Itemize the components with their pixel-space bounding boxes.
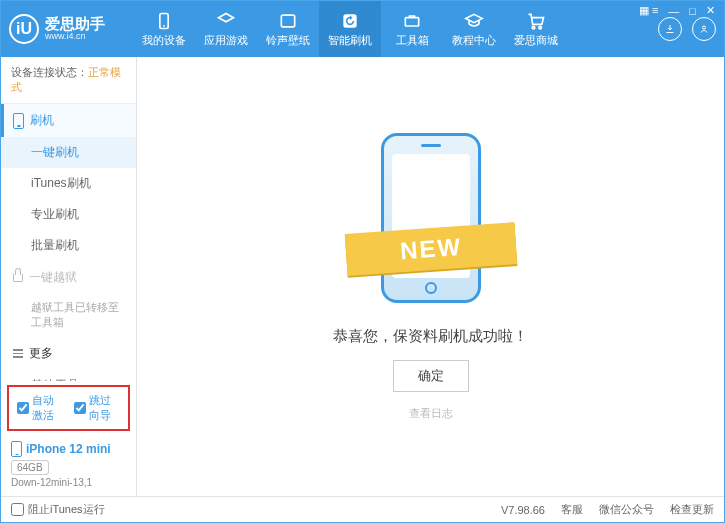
skip-guide-checkbox[interactable]: 跳过向导 bbox=[74, 393, 121, 423]
minimize-button[interactable]: — bbox=[668, 5, 679, 17]
graduation-icon bbox=[464, 11, 484, 31]
device-name-text: iPhone 12 mini bbox=[26, 442, 111, 456]
svg-point-5 bbox=[532, 26, 535, 28]
window-controls: ▦ ≡ — □ ✕ bbox=[639, 4, 715, 17]
tab-ringtones[interactable]: 铃声壁纸 bbox=[257, 1, 319, 57]
lock-icon bbox=[13, 274, 23, 282]
logo[interactable]: iU 爱思助手 www.i4.cn bbox=[9, 14, 133, 44]
user-icon bbox=[698, 23, 710, 35]
status-label: 设备连接状态： bbox=[11, 66, 88, 78]
phone-icon bbox=[154, 11, 174, 31]
new-banner: NEW bbox=[344, 222, 517, 276]
tab-label: 我的设备 bbox=[142, 33, 186, 48]
cart-icon bbox=[526, 11, 546, 31]
wechat-link[interactable]: 微信公众号 bbox=[599, 502, 654, 517]
auto-activate-checkbox[interactable]: 自动激活 bbox=[17, 393, 64, 423]
checkbox-label: 跳过向导 bbox=[89, 393, 121, 423]
phone-icon bbox=[11, 441, 22, 457]
tab-label: 教程中心 bbox=[452, 33, 496, 48]
app-url: www.i4.cn bbox=[45, 32, 105, 42]
tab-apps-games[interactable]: 应用游戏 bbox=[195, 1, 257, 57]
device-storage-badge: 64GB bbox=[11, 460, 49, 475]
header: iU 爱思助手 www.i4.cn 我的设备 应用游戏 铃声壁纸 智能刷机 bbox=[1, 1, 724, 57]
tab-toolbox[interactable]: 工具箱 bbox=[381, 1, 443, 57]
section-flash[interactable]: 刷机 bbox=[1, 104, 136, 137]
app-window: ▦ ≡ — □ ✕ iU 爱思助手 www.i4.cn 我的设备 应用游戏 铃声… bbox=[0, 0, 725, 523]
customer-service-link[interactable]: 客服 bbox=[561, 502, 583, 517]
tab-smart-flash[interactable]: 智能刷机 bbox=[319, 1, 381, 57]
logo-icon: iU bbox=[9, 14, 39, 44]
svg-point-7 bbox=[703, 26, 706, 29]
svg-rect-2 bbox=[281, 15, 294, 27]
sidebar: 设备连接状态：正常模式 刷机 一键刷机 iTunes刷机 专业刷机 批量刷机 一… bbox=[1, 57, 137, 496]
check-update-link[interactable]: 检查更新 bbox=[670, 502, 714, 517]
body: 设备连接状态：正常模式 刷机 一键刷机 iTunes刷机 专业刷机 批量刷机 一… bbox=[1, 57, 724, 496]
nav-tabs: 我的设备 应用游戏 铃声壁纸 智能刷机 工具箱 教程中心 bbox=[133, 1, 567, 57]
download-button[interactable] bbox=[658, 17, 682, 41]
menu-icon bbox=[13, 349, 23, 358]
phone-icon bbox=[13, 113, 24, 129]
tab-label: 应用游戏 bbox=[204, 33, 248, 48]
sidebar-item-other-tools[interactable]: 其他工具 bbox=[1, 370, 136, 381]
svg-point-6 bbox=[539, 26, 542, 28]
section-label: 一键越狱 bbox=[29, 269, 77, 286]
phone-illustration: NEW bbox=[356, 133, 506, 313]
close-button[interactable]: ✕ bbox=[706, 4, 715, 17]
phone-body bbox=[381, 133, 481, 303]
sidebar-scroll: 刷机 一键刷机 iTunes刷机 专业刷机 批量刷机 一键越狱 越狱工具已转移至… bbox=[1, 104, 136, 381]
sidebar-item-pro-flash[interactable]: 专业刷机 bbox=[1, 199, 136, 230]
tab-store[interactable]: 爱思商城 bbox=[505, 1, 567, 57]
tab-label: 智能刷机 bbox=[328, 33, 372, 48]
sidebar-item-oneclick-flash[interactable]: 一键刷机 bbox=[1, 137, 136, 168]
device-block[interactable]: iPhone 12 mini 64GB Down-12mini-13,1 bbox=[1, 435, 136, 496]
checkbox-label: 自动激活 bbox=[32, 393, 64, 423]
refresh-icon bbox=[340, 11, 360, 31]
apps-icon bbox=[216, 11, 236, 31]
success-message: 恭喜您，保资料刷机成功啦！ bbox=[333, 327, 528, 346]
ok-button[interactable]: 确定 bbox=[393, 360, 469, 392]
pin-icon[interactable]: ▦ ≡ bbox=[639, 4, 658, 17]
section-label: 刷机 bbox=[30, 112, 54, 129]
account-button[interactable] bbox=[692, 17, 716, 41]
jailbreak-note: 越狱工具已转移至工具箱 bbox=[1, 294, 136, 337]
tab-tutorials[interactable]: 教程中心 bbox=[443, 1, 505, 57]
checkbox-label: 阻止iTunes运行 bbox=[28, 502, 105, 517]
version-label: V7.98.66 bbox=[501, 504, 545, 516]
header-right bbox=[658, 17, 716, 41]
toolbox-icon bbox=[402, 11, 422, 31]
device-name: iPhone 12 mini bbox=[11, 441, 126, 457]
sidebar-item-batch-flash[interactable]: 批量刷机 bbox=[1, 230, 136, 261]
connection-status: 设备连接状态：正常模式 bbox=[1, 57, 136, 104]
wallpaper-icon bbox=[278, 11, 298, 31]
tab-label: 爱思商城 bbox=[514, 33, 558, 48]
view-log-link[interactable]: 查看日志 bbox=[409, 406, 453, 421]
tab-label: 工具箱 bbox=[396, 33, 429, 48]
maximize-button[interactable]: □ bbox=[689, 5, 696, 17]
app-title: 爱思助手 bbox=[45, 16, 105, 33]
device-subtitle: Down-12mini-13,1 bbox=[11, 477, 126, 488]
download-icon bbox=[664, 23, 676, 35]
sidebar-item-itunes-flash[interactable]: iTunes刷机 bbox=[1, 168, 136, 199]
block-itunes-checkbox[interactable]: 阻止iTunes运行 bbox=[11, 502, 105, 517]
tab-label: 铃声壁纸 bbox=[266, 33, 310, 48]
main-content: NEW 恭喜您，保资料刷机成功啦！ 确定 查看日志 bbox=[137, 57, 724, 496]
options-row: 自动激活 跳过向导 bbox=[7, 385, 130, 431]
footer: 阻止iTunes运行 V7.98.66 客服 微信公众号 检查更新 bbox=[1, 496, 724, 522]
section-label: 更多 bbox=[29, 345, 53, 362]
section-jailbreak: 一键越狱 bbox=[1, 261, 136, 294]
tab-my-device[interactable]: 我的设备 bbox=[133, 1, 195, 57]
svg-rect-4 bbox=[405, 17, 418, 25]
section-more[interactable]: 更多 bbox=[1, 337, 136, 370]
